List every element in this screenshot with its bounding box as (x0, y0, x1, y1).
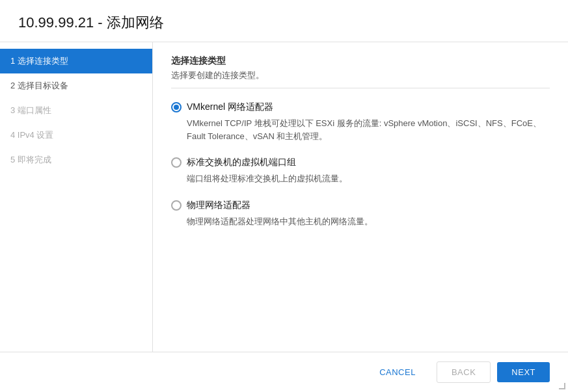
dialog-header: 10.99.99.21 - 添加网络 (0, 0, 568, 42)
sidebar-item-step5: 5 即将完成 (0, 148, 152, 172)
section-divider (171, 88, 550, 88)
radio-vm-port-group[interactable] (171, 157, 182, 168)
option-physical-adapter[interactable]: 物理网络适配器 物理网络适配器处理网络中其他主机的网络流量。 (171, 200, 550, 228)
dialog-container: 10.99.99.21 - 添加网络 1 选择连接类型 2 选择目标设备 3 端… (0, 0, 568, 392)
option-physical-adapter-label: 物理网络适配器 (187, 200, 250, 211)
next-button[interactable]: NEXT (497, 362, 550, 382)
section-subtitle: 选择要创建的连接类型。 (171, 70, 550, 81)
option-physical-adapter-desc: 物理网络适配器处理网络中其他主机的网络流量。 (187, 215, 550, 228)
dialog-footer: CANCEL BACK NEXT (0, 352, 568, 392)
sidebar-item-step4: 4 IPv4 设置 (0, 123, 152, 148)
option-vmkernel-desc: VMkernel TCP/IP 堆栈可处理以下 ESXi 服务的流量: vSph… (187, 117, 550, 142)
main-content: 选择连接类型 选择要创建的连接类型。 VMkernel 网络适配器 VMkern… (153, 42, 568, 352)
section-title: 选择连接类型 (171, 55, 550, 67)
option-vm-port-group-desc: 端口组将处理标准交换机上的虚拟机流量。 (187, 172, 550, 185)
option-vm-port-group-label: 标准交换机的虚拟机端口组 (187, 157, 296, 168)
radio-vmkernel[interactable] (171, 102, 182, 112)
dialog-body: 1 选择连接类型 2 选择目标设备 3 端口属性 4 IPv4 设置 5 即将完… (0, 42, 568, 352)
cancel-button[interactable]: CANCEL (365, 362, 430, 382)
resize-handle[interactable] (559, 383, 565, 389)
radio-physical-adapter[interactable] (171, 200, 182, 211)
option-group: VMkernel 网络适配器 VMkernel TCP/IP 堆栈可处理以下 E… (171, 101, 550, 242)
option-vmkernel[interactable]: VMkernel 网络适配器 VMkernel TCP/IP 堆栈可处理以下 E… (171, 101, 550, 142)
sidebar-item-step2[interactable]: 2 选择目标设备 (0, 73, 152, 98)
option-vmkernel-label: VMkernel 网络适配器 (187, 101, 273, 113)
option-vm-port-group[interactable]: 标准交换机的虚拟机端口组 端口组将处理标准交换机上的虚拟机流量。 (171, 157, 550, 185)
sidebar-item-step1[interactable]: 1 选择连接类型 (0, 49, 152, 73)
sidebar: 1 选择连接类型 2 选择目标设备 3 端口属性 4 IPv4 设置 5 即将完… (0, 42, 153, 352)
back-button[interactable]: BACK (437, 361, 491, 383)
sidebar-item-step3: 3 端口属性 (0, 98, 152, 123)
dialog-title: 10.99.99.21 - 添加网络 (18, 13, 550, 33)
